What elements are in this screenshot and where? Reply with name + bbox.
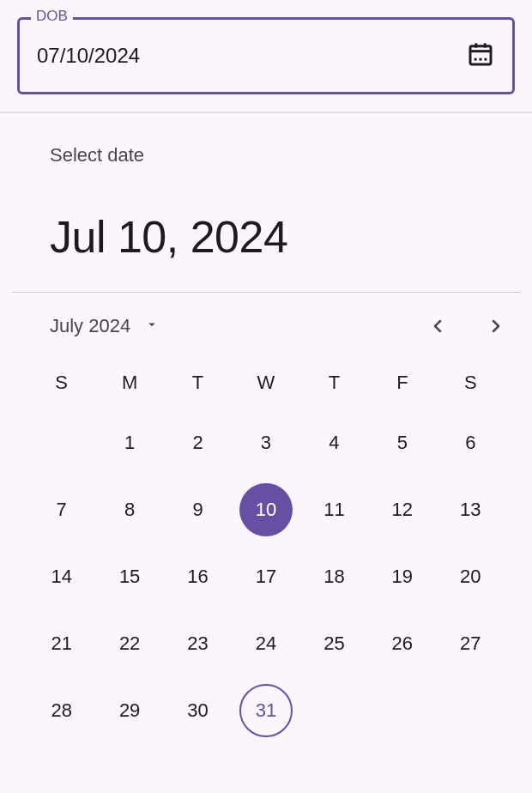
dropdown-icon [144, 317, 160, 336]
day-cell[interactable]: 27 [437, 610, 505, 677]
day-number: 7 [35, 483, 88, 536]
day-cell[interactable]: 18 [300, 543, 368, 610]
day-cell[interactable]: 21 [27, 610, 95, 677]
month-year-label: July 2024 [50, 315, 130, 337]
weekday-header: W [232, 360, 299, 409]
day-number: 14 [35, 550, 88, 603]
day-cell[interactable]: 24 [232, 610, 299, 677]
day-number: 16 [172, 550, 225, 603]
day-cell[interactable]: 9 [164, 476, 232, 543]
date-picker: Select date Jul 10, 2024 July 2024 SMTWT… [0, 113, 532, 744]
day-cell[interactable]: 13 [437, 476, 505, 543]
day-number: 20 [444, 550, 497, 603]
weekday-header: S [437, 360, 505, 409]
dob-input-field[interactable]: 07/10/2024 [17, 17, 515, 94]
day-number: 3 [239, 416, 293, 469]
day-number: 12 [376, 483, 429, 536]
dob-input-label: DOB [31, 8, 73, 25]
day-number: 25 [307, 617, 360, 670]
month-year-selector[interactable]: July 2024 [50, 315, 160, 337]
day-cell[interactable]: 17 [232, 543, 299, 610]
select-date-label: Select date [0, 113, 532, 166]
day-number: 9 [172, 483, 225, 536]
day-cell[interactable]: 16 [164, 543, 232, 610]
day-number: 1 [103, 416, 156, 469]
day-cell[interactable]: 14 [27, 543, 95, 610]
calendar-grid: SMTWTFS123456789101112131415161718192021… [0, 360, 532, 744]
day-cell[interactable]: 1 [95, 409, 163, 476]
day-cell[interactable]: 19 [368, 543, 436, 610]
day-cell[interactable]: 10 [232, 476, 299, 543]
day-cell[interactable]: 3 [232, 409, 299, 476]
day-cell-empty [27, 409, 95, 476]
day-cell[interactable]: 30 [164, 677, 232, 744]
day-cell[interactable]: 20 [437, 543, 505, 610]
svg-rect-0 [470, 46, 491, 64]
dob-input-value: 07/10/2024 [37, 44, 140, 68]
day-number: 28 [35, 684, 88, 737]
day-cell[interactable]: 15 [95, 543, 163, 610]
weekday-header: S [27, 360, 95, 409]
weekday-header: T [164, 360, 232, 409]
day-cell[interactable]: 2 [164, 409, 232, 476]
day-number: 23 [172, 617, 225, 670]
day-number: 6 [444, 416, 497, 469]
day-number: 13 [444, 483, 497, 536]
weekday-header: F [368, 360, 436, 409]
headline-date: Jul 10, 2024 [0, 166, 532, 292]
prev-month-button[interactable] [427, 316, 448, 336]
next-month-button[interactable] [486, 316, 506, 336]
day-number: 19 [376, 550, 429, 603]
day-cell[interactable]: 7 [27, 476, 95, 543]
day-number: 27 [444, 617, 497, 670]
day-cell[interactable]: 11 [300, 476, 368, 543]
nav-arrows [427, 316, 506, 336]
day-cell[interactable]: 5 [368, 409, 436, 476]
weekday-header: M [95, 360, 163, 409]
svg-rect-1 [475, 58, 477, 61]
day-number: 26 [376, 617, 429, 670]
day-number: 22 [103, 617, 156, 670]
day-number: 31 [239, 684, 293, 737]
svg-rect-3 [484, 58, 487, 61]
day-cell[interactable]: 25 [300, 610, 368, 677]
day-cell[interactable]: 6 [437, 409, 505, 476]
day-cell[interactable]: 22 [95, 610, 163, 677]
month-navigation: July 2024 [0, 293, 532, 360]
day-cell[interactable]: 23 [164, 610, 232, 677]
day-number: 4 [307, 416, 360, 469]
day-number: 30 [172, 684, 225, 737]
day-number: 17 [239, 550, 293, 603]
day-cell[interactable]: 31 [232, 677, 299, 744]
day-number: 15 [103, 550, 156, 603]
day-number: 24 [239, 617, 293, 670]
day-number: 10 [239, 483, 293, 536]
dob-input-wrapper: DOB 07/10/2024 [17, 17, 515, 94]
svg-rect-2 [480, 58, 482, 61]
day-number: 11 [307, 483, 360, 536]
day-cell[interactable]: 29 [95, 677, 163, 744]
day-number: 5 [376, 416, 429, 469]
day-number: 29 [103, 684, 156, 737]
calendar-icon[interactable] [467, 40, 494, 71]
day-cell[interactable]: 4 [300, 409, 368, 476]
day-cell[interactable]: 8 [95, 476, 163, 543]
day-number: 2 [172, 416, 225, 469]
weekday-header: T [300, 360, 368, 409]
day-cell[interactable]: 28 [27, 677, 95, 744]
day-cell[interactable]: 12 [368, 476, 436, 543]
svg-rect-5 [484, 43, 487, 47]
day-number: 8 [103, 483, 156, 536]
day-number: 18 [307, 550, 360, 603]
day-cell[interactable]: 26 [368, 610, 436, 677]
svg-rect-4 [475, 43, 477, 47]
day-number: 21 [35, 617, 88, 670]
